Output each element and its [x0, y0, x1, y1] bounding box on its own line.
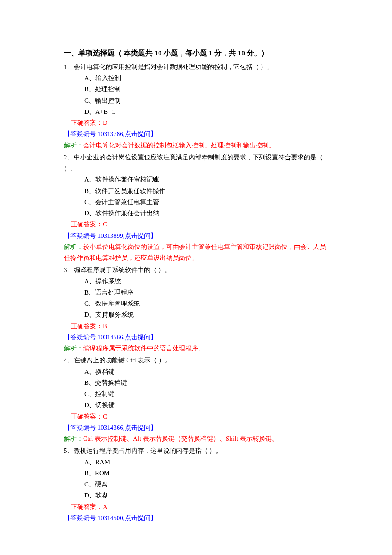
answer-value: B	[103, 323, 107, 330]
correct-answer: 正确答案：B	[64, 321, 328, 332]
question-option: C、硬盘	[64, 479, 328, 490]
answer-value: C	[103, 221, 107, 228]
correct-answer: 正确答案：C	[64, 411, 328, 422]
explanation: 解析：Ctrl 表示控制键、Alt 表示替换键（交替换档键）、Shift 表示转…	[64, 433, 328, 444]
question-option: B、交替换档键	[64, 377, 328, 388]
question-option: A、换档键	[64, 366, 328, 377]
answer-value: D	[103, 119, 107, 126]
answer-prefix: 正确答案：	[71, 323, 103, 330]
qa-link[interactable]: 【答疑编号 10314500,点击提问】	[64, 512, 328, 523]
qa-link[interactable]: 【答疑编号 10314566,点击提问】	[64, 332, 328, 343]
explanation-label: 解析：	[64, 142, 83, 149]
question-option: D、软件操作兼任会计出纳	[64, 208, 328, 219]
question-option: C、数据库管理系统	[64, 298, 328, 309]
explanation-label: 解析：	[64, 243, 83, 250]
qa-link-suffix: ,点击提问】	[123, 334, 157, 341]
answer-prefix: 正确答案：	[71, 503, 103, 510]
qa-link-prefix: 【答疑编号	[64, 130, 98, 137]
question-option: A、软件操作兼任审核记账	[64, 174, 328, 185]
explanation-text: 编译程序属于系统软件中的语言处理程序。	[83, 345, 205, 352]
explanation-text: Ctrl 表示控制键、Alt 表示替换键（交替换档键）、Shift 表示转换键。	[83, 435, 278, 442]
correct-answer: 正确答案：D	[64, 117, 328, 128]
question-stem: 4、在键盘上的功能键 Ctrl 表示（ ）。	[64, 355, 328, 366]
question-option: A、操作系统	[64, 276, 328, 287]
explanation: 解析：较小单位电算化岗位的设置，可由会计主管兼任电算主管和审核记账岗位，由会计人…	[64, 241, 328, 264]
answer-prefix: 正确答案：	[71, 221, 103, 228]
question-option: B、语言处理程序	[64, 287, 328, 298]
question-stem: 3、编译程序属于系统软件中的（ ）。	[64, 264, 328, 275]
explanation-text: 较小单位电算化岗位的设置，可由会计主管兼任电算主管和审核记账岗位，由会计人员任操…	[64, 243, 326, 261]
correct-answer: 正确答案：C	[64, 219, 328, 230]
question-option: C、会计主管兼任电算主管	[64, 197, 328, 208]
correct-answer: 正确答案：A	[64, 501, 328, 512]
question-option: D、A+B+C	[64, 106, 328, 117]
question-stem: 5、微机运行程序要占用内存，这里说的内存是指（ ）。	[64, 445, 328, 456]
qa-link-prefix: 【答疑编号	[64, 424, 98, 431]
question-option: A、RAM	[64, 457, 328, 468]
qa-link-suffix: ,点击提问】	[123, 515, 157, 521]
qa-link-suffix: ,点击提问】	[123, 130, 157, 137]
question-option: B、ROM	[64, 468, 328, 479]
explanation: 解析：编译程序属于系统软件中的语言处理程序。	[64, 343, 328, 354]
qa-link[interactable]: 【答疑编号 10313786,点击提问】	[64, 128, 328, 139]
question-option: D、软盘	[64, 490, 328, 501]
qa-link-id: 10314500	[98, 515, 123, 521]
qa-link-id: 10313899	[98, 232, 123, 239]
questions-container: 1、会计电算化的应用控制是指对会计数据处理功能的控制，它包括（ ）。A、输入控制…	[64, 61, 328, 523]
question-option: A、输入控制	[64, 72, 328, 84]
document-page: 一、单项选择题（ 本类题共 10 小题，每小题 1 分，共 10 分。） 1、会…	[0, 0, 392, 523]
answer-value: A	[103, 503, 107, 510]
qa-link-id: 10314566	[98, 334, 123, 341]
question-option: D、切换键	[64, 399, 328, 410]
question-option: C、输出控制	[64, 95, 328, 106]
section-title: 一、单项选择题（ 本类题共 10 小题，每小题 1 分，共 10 分。）	[64, 47, 328, 60]
qa-link-prefix: 【答疑编号	[64, 334, 98, 341]
question-option: D、支持服务系统	[64, 309, 328, 320]
answer-prefix: 正确答案：	[71, 413, 103, 420]
question-option: C、控制键	[64, 388, 328, 399]
qa-link-id: 10314366	[98, 424, 123, 431]
explanation-label: 解析：	[64, 435, 83, 442]
qa-link-suffix: ,点击提问】	[123, 424, 157, 431]
qa-link[interactable]: 【答疑编号 10314366,点击提问】	[64, 422, 328, 433]
explanation-label: 解析：	[64, 345, 83, 352]
qa-link-id: 10313786	[98, 130, 123, 137]
question-option: B、处理控制	[64, 84, 328, 95]
qa-link-prefix: 【答疑编号	[64, 515, 98, 521]
answer-value: C	[103, 413, 107, 420]
question-stem: 1、会计电算化的应用控制是指对会计数据处理功能的控制，它包括（ ）。	[64, 61, 328, 72]
question-stem: 2、中小企业的会计岗位设置也应该注意满足内部牵制制度的要求，下列设置符合要求的是…	[64, 152, 328, 174]
qa-link[interactable]: 【答疑编号 10313899,点击提问】	[64, 230, 328, 241]
question-option: B、软件开发员兼任软件操作	[64, 185, 328, 197]
answer-prefix: 正确答案：	[71, 119, 103, 126]
qa-link-suffix: ,点击提问】	[123, 232, 157, 239]
explanation-text: 会计电算化对会计数据的控制包括输入控制、处理控制和输出控制。	[83, 142, 275, 149]
explanation: 解析：会计电算化对会计数据的控制包括输入控制、处理控制和输出控制。	[64, 140, 328, 151]
qa-link-prefix: 【答疑编号	[64, 232, 98, 239]
